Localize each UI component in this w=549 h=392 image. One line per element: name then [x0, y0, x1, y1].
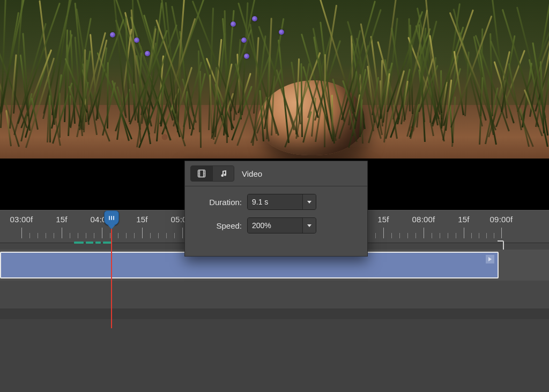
- clip-inspector-popover: Video Duration: Speed:: [184, 161, 368, 257]
- inspector-tab-title: Video: [242, 169, 262, 178]
- ruler-label: 15f: [377, 215, 389, 224]
- ruler-label: 03:00f: [10, 215, 33, 224]
- ruler-label: 15f: [458, 215, 469, 224]
- speed-label: Speed:: [194, 221, 242, 230]
- chevron-down-icon: [307, 224, 311, 227]
- lower-tracks-area[interactable]: [0, 319, 549, 392]
- duration-label: Duration:: [194, 198, 242, 207]
- empty-track[interactable]: [0, 281, 549, 308]
- inspector-tabs: Video: [185, 161, 367, 186]
- chevron-down-icon: [307, 201, 311, 203]
- music-note-icon: [219, 169, 228, 178]
- ruler-label: 08:00f: [412, 215, 435, 224]
- timeline-marker[interactable]: [95, 242, 101, 244]
- playhead-line: [111, 224, 112, 328]
- duration-dropdown[interactable]: [302, 194, 316, 209]
- clip-speed-icon: [486, 255, 494, 263]
- tab-audio[interactable]: [212, 166, 234, 181]
- track-gap: [0, 308, 549, 319]
- film-icon: [197, 169, 206, 178]
- playhead[interactable]: [104, 210, 119, 225]
- ruler-label: 09:00f: [490, 215, 513, 224]
- timeline-marker[interactable]: [103, 242, 112, 244]
- ruler-label: 15f: [136, 215, 147, 224]
- inspector-tab-segment: [190, 165, 234, 182]
- timeline-marker[interactable]: [86, 242, 93, 244]
- tab-video[interactable]: [191, 166, 212, 181]
- duration-input[interactable]: [248, 194, 302, 209]
- timeline-marker[interactable]: [74, 242, 84, 244]
- speed-field[interactable]: [247, 217, 316, 233]
- video-preview: [0, 0, 549, 159]
- ruler-label: 15f: [56, 215, 67, 224]
- speed-dropdown[interactable]: [302, 218, 316, 233]
- speed-input[interactable]: [248, 218, 302, 233]
- duration-field[interactable]: [247, 194, 316, 210]
